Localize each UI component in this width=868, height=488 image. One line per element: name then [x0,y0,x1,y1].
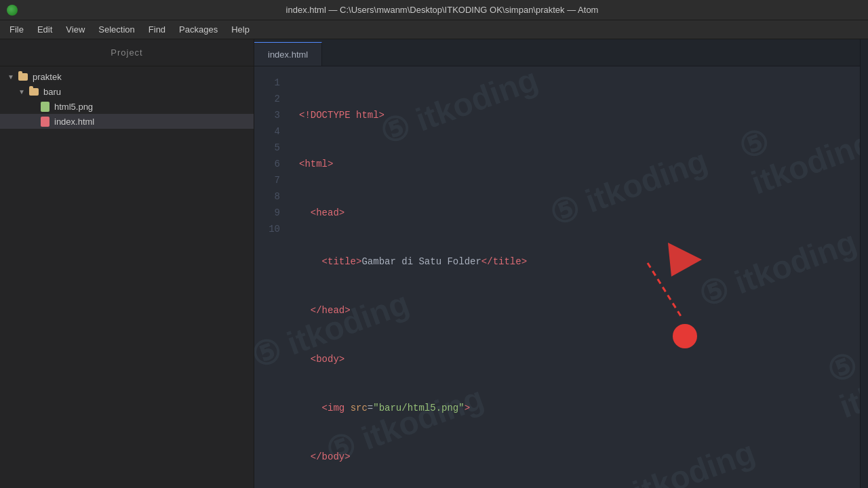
code-line-7: <img src="baru/html5.png"> [299,400,860,416]
menu-edit[interactable]: Edit [31,22,59,37]
title-bar-text: index.html — C:\Users\mwanm\Desktop\ITKO… [23,5,861,15]
tree-label-indexhtml: index.html [54,117,94,127]
tab-label-indexhtml: index.html [268,49,308,60]
tree-item-praktek[interactable]: ▼ praktek [0,69,254,84]
file-icon-png [39,101,50,112]
tree-arrow-baru: ▼ [16,86,27,97]
line-num-8: 8 [254,188,280,205]
tab-bar: index.html [254,39,860,66]
tree-arrow-praktek: ▼ [5,71,16,82]
menu-help[interactable]: Help [224,22,256,37]
menu-bar: File Edit View Selection Find Packages H… [0,20,868,39]
menu-file[interactable]: File [3,22,31,37]
title-bar: index.html — C:\Users\mwanm\Desktop\ITKO… [0,0,868,20]
code-line-3: <head> [299,205,860,221]
code-line-1: <!DOCTYPE html> [299,107,860,123]
file-tree: ▼ praktek ▼ baru ▶ html5.png [0,66,254,131]
sidebar-header: Project [0,39,254,66]
tree-item-baru[interactable]: ▼ baru [0,84,254,99]
line-num-2: 2 [254,91,280,107]
folder-icon-praktek [18,71,28,82]
code-line-4: <title>Gambar di Satu Folder</title> [299,253,860,270]
tree-item-indexhtml[interactable]: ▶ index.html [0,114,254,129]
editor-scrollbar[interactable] [860,39,868,488]
menu-find[interactable]: Find [142,22,172,37]
menu-view[interactable]: View [59,22,92,37]
menu-packages[interactable]: Packages [172,22,224,37]
line-num-1: 1 [254,75,280,91]
tree-item-html5png[interactable]: ▶ html5.png [0,99,254,114]
code-line-6: <body> [299,351,860,367]
code-editor[interactable]: ⑤ itkoding ⑤ itkoding ⑤ itkoding ⑤ itkod… [254,66,860,488]
code-line-8: </body> [299,449,860,465]
line-num-9: 9 [254,205,280,221]
line-num-4: 4 [254,123,280,140]
code-line-2: <html> [299,156,860,172]
line-num-10: 10 [254,221,280,237]
tree-label-baru: baru [43,87,61,97]
menu-selection[interactable]: Selection [92,22,141,37]
tree-label-praktek: praktek [33,72,62,82]
editor-area: index.html ⑤ itkoding ⑤ itkoding ⑤ itkod… [254,39,860,488]
folder-icon-baru [28,86,39,97]
line-numbers: 1 2 3 4 5 6 7 8 9 10 [254,66,288,488]
sidebar: Project ▼ praktek ▼ baru ▶ [0,39,254,488]
tree-label-html5png: html5.png [54,102,93,112]
line-num-3: 3 [254,107,280,123]
main-layout: Project ▼ praktek ▼ baru ▶ [0,39,868,488]
line-num-7: 7 [254,172,280,188]
line-num-5: 5 [254,140,280,156]
code-content[interactable]: <!DOCTYPE html> <html> <head> <title>Gam… [288,66,860,488]
tab-indexhtml[interactable]: index.html [254,42,322,66]
atom-icon [7,5,18,16]
code-line-5: </head> [299,302,860,319]
line-num-6: 6 [254,156,280,172]
file-icon-html [39,116,50,127]
